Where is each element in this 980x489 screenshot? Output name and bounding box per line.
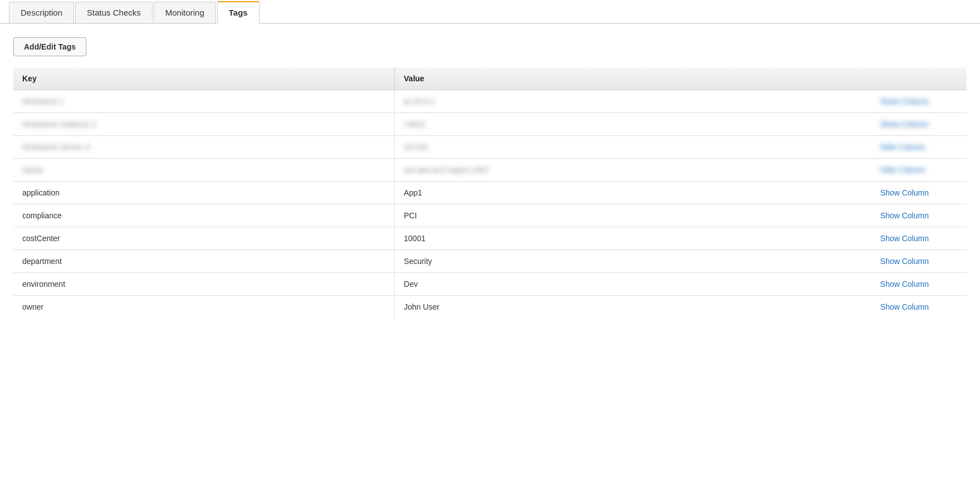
blurred-key: Name [22, 165, 43, 174]
blurred-value: ip-10-0-1 [404, 97, 435, 106]
table-cell-action[interactable]: Hide Column [871, 159, 967, 182]
tab-description[interactable]: Description [9, 2, 74, 23]
table-cell-key: Hostname Server 3 [13, 136, 395, 159]
table-cell-action[interactable]: Hide Column [871, 136, 967, 159]
tab-monitoring[interactable]: Monitoring [154, 2, 216, 23]
show-column-link[interactable]: Hide Column [880, 165, 925, 174]
table-cell-key: Hostname Instance 2 [13, 113, 395, 136]
toolbar: Add/Edit Tags [0, 37, 980, 67]
column-header-key: Key [13, 67, 395, 90]
blurred-key: Hostname Instance 2 [22, 120, 96, 129]
table-cell-key: Hostname 1 [13, 90, 395, 113]
table-cell-value: Security [395, 250, 871, 273]
table-row: Name arn:aws:ec2:region:1007 Hide Column [13, 159, 967, 182]
table-cell-action[interactable]: Show Column [871, 250, 967, 273]
table-cell-action[interactable]: Show Column [871, 227, 967, 250]
table-cell-action[interactable]: Show Column [871, 204, 967, 227]
blurred-key: Hostname 1 [22, 97, 64, 106]
column-header-action [871, 67, 967, 90]
table-cell-key: costCenter [13, 227, 395, 250]
column-header-value: Value [395, 67, 871, 90]
table-row: Hostname 1 ip-10-0-1 Show Column [13, 90, 967, 113]
table-row: compliance PCI Show Column [13, 204, 967, 227]
table-cell-key: application [13, 182, 395, 204]
table-cell-value: App1 [395, 182, 871, 204]
table-cell-value: arn:aws:ec2:region:1007 [395, 159, 871, 182]
table-row: environment Dev Show Column [13, 273, 967, 296]
tags-table-container: Key Value Hostname 1 ip-10-0-1 Show Colu… [0, 67, 980, 318]
table-cell-action[interactable]: Show Column [871, 113, 967, 136]
show-column-link[interactable]: Show Column [880, 302, 929, 311]
tab-tags[interactable]: Tags [217, 1, 259, 24]
table-cell-key: owner [13, 296, 395, 319]
blurred-value: 10-192 [404, 143, 428, 151]
tab-status-checks[interactable]: Status Checks [75, 2, 153, 23]
table-cell-action[interactable]: Show Column [871, 182, 967, 204]
show-column-link[interactable]: Show Column [880, 188, 929, 197]
show-column-link[interactable]: Show Column [880, 234, 929, 243]
table-row: department Security Show Column [13, 250, 967, 273]
table-cell-key: compliance [13, 204, 395, 227]
table-cell-value: i-0001 [395, 113, 871, 136]
table-cell-key: Name [13, 159, 395, 182]
show-column-link[interactable]: Show Column [880, 211, 929, 220]
table-cell-value: ip-10-0-1 [395, 90, 871, 113]
table-cell-value: PCI [395, 204, 871, 227]
table-row: application App1 Show Column [13, 182, 967, 204]
add-edit-tags-button[interactable]: Add/Edit Tags [13, 37, 86, 56]
table-cell-value: John User [395, 296, 871, 319]
show-column-link[interactable]: Show Column [880, 280, 929, 288]
blurred-value: arn:aws:ec2:region:1007 [404, 165, 489, 174]
table-row: owner John User Show Column [13, 296, 967, 319]
table-cell-value: 10-192 [395, 136, 871, 159]
show-column-link[interactable]: Show Column [880, 97, 929, 106]
table-row: Hostname Instance 2 i-0001 Show Column [13, 113, 967, 136]
show-column-link[interactable]: Hide Column [880, 143, 925, 151]
table-cell-action[interactable]: Show Column [871, 273, 967, 296]
table-header-row: Key Value [13, 67, 967, 90]
table-cell-key: environment [13, 273, 395, 296]
table-cell-value: Dev [395, 273, 871, 296]
show-column-link[interactable]: Show Column [880, 257, 929, 266]
blurred-key: Hostname Server 3 [22, 143, 90, 151]
table-cell-key: department [13, 250, 395, 273]
table-row: costCenter 10001 Show Column [13, 227, 967, 250]
show-column-link[interactable]: Show Column [880, 120, 929, 129]
table-cell-value: 10001 [395, 227, 871, 250]
blurred-value: i-0001 [404, 120, 425, 129]
tags-table: Key Value Hostname 1 ip-10-0-1 Show Colu… [13, 67, 967, 318]
table-cell-action[interactable]: Show Column [871, 90, 967, 113]
tab-bar: Description Status Checks Monitoring Tag… [0, 0, 980, 24]
table-cell-action[interactable]: Show Column [871, 296, 967, 319]
table-row: Hostname Server 3 10-192 Hide Column [13, 136, 967, 159]
